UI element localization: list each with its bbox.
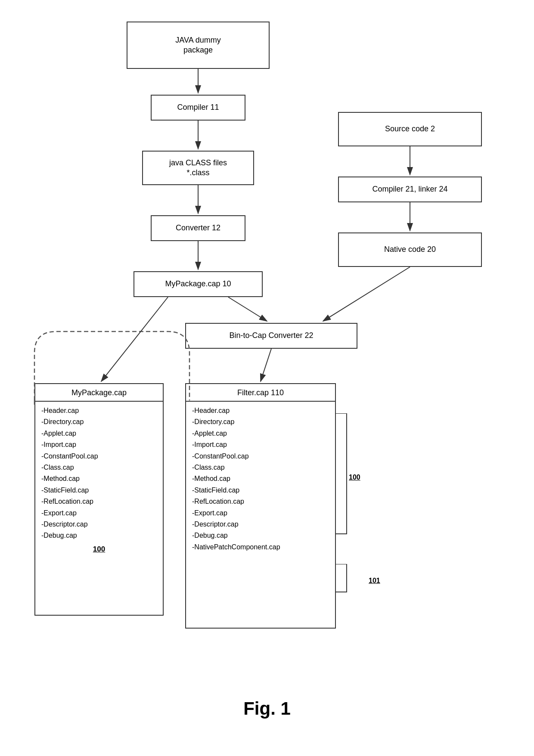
file-box-left: MyPackage.cap -Header.cap -Directory.cap…: [34, 383, 164, 616]
bin-to-cap-label: Bin-to-Cap Converter 22: [229, 331, 313, 341]
source-code-box: Source code 2: [338, 112, 482, 146]
source-code-label: Source code 2: [385, 124, 435, 134]
file-box-left-body: -Header.cap -Directory.cap -Applet.cap -…: [35, 402, 163, 545]
svg-line-8: [228, 297, 267, 321]
class-files-label: java CLASS files*.class: [169, 158, 227, 178]
bracket-101-label: 101: [369, 577, 380, 585]
bracket-101-svg: [334, 564, 360, 598]
native-code-box: Native code 20: [338, 232, 482, 267]
compiler11-box: Compiler 11: [151, 95, 245, 121]
bin-to-cap-box: Bin-to-Cap Converter 22: [185, 323, 357, 349]
file-box-left-label: 100: [35, 545, 163, 556]
svg-line-9: [323, 267, 410, 321]
file-box-right-body: -Header.cap -Directory.cap -Applet.cap -…: [186, 402, 335, 556]
mypackage-cap10-box: MyPackage.cap 10: [134, 271, 263, 297]
bracket-100-svg: [334, 413, 360, 564]
bracket-100-label: 100: [349, 474, 360, 481]
class-files-box: java CLASS files*.class: [142, 151, 254, 185]
svg-line-10: [261, 349, 271, 381]
svg-line-11: [101, 297, 168, 381]
compiler11-label: Compiler 11: [177, 102, 219, 112]
mypackage-cap10-label: MyPackage.cap 10: [165, 279, 231, 289]
java-dummy-label: JAVA dummypackage: [175, 35, 220, 56]
java-dummy-box: JAVA dummypackage: [127, 22, 270, 69]
compiler21-label: Compiler 21, linker 24: [372, 184, 447, 194]
file-box-right: Filter.cap 110 -Header.cap -Directory.ca…: [185, 383, 336, 629]
converter12-label: Converter 12: [176, 223, 220, 233]
converter12-box: Converter 12: [151, 215, 245, 241]
fig-label: Fig. 1: [0, 698, 534, 719]
native-code-label: Native code 20: [384, 245, 436, 254]
compiler21-box: Compiler 21, linker 24: [338, 177, 482, 202]
file-box-right-header: Filter.cap 110: [186, 384, 335, 402]
file-box-left-header: MyPackage.cap: [35, 384, 163, 402]
